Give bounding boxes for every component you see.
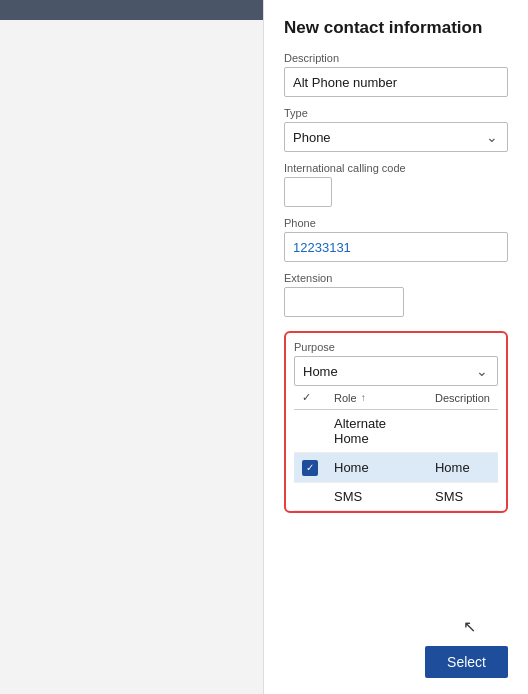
phone-field-group: Phone	[284, 217, 508, 262]
purpose-section: Purpose Home Work Mobile Other ✓	[284, 331, 508, 513]
footer-area: Select	[284, 638, 508, 682]
row-role-sms: SMS	[326, 482, 427, 510]
type-field-group: Type Phone Email URL	[284, 107, 508, 152]
phone-label: Phone	[284, 217, 508, 229]
sidebar	[0, 0, 264, 694]
extension-field-group: Extension	[284, 272, 508, 317]
col-role[interactable]: Role ↑	[326, 386, 427, 410]
row-role-alternate-home: Alternate Home	[326, 410, 427, 453]
extension-input[interactable]	[284, 287, 404, 317]
row-role-home: Home	[326, 453, 427, 483]
row-check-home: ✓	[294, 453, 326, 483]
cursor-indicator: ↖	[463, 617, 476, 636]
purpose-select[interactable]: Home Work Mobile Other	[294, 356, 498, 386]
purpose-field-group: Purpose Home Work Mobile Other	[294, 341, 498, 386]
purpose-label: Purpose	[294, 341, 498, 353]
purpose-table: ✓ Role ↑ Description	[294, 386, 498, 511]
description-input[interactable]	[284, 67, 508, 97]
checkmark-icon: ✓	[302, 460, 318, 476]
description-field-group: Description	[284, 52, 508, 97]
col-description: Description	[427, 386, 498, 410]
table-header-row: ✓ Role ↑ Description	[294, 386, 498, 410]
type-select[interactable]: Phone Email URL	[284, 122, 508, 152]
type-select-wrapper: Phone Email URL	[284, 122, 508, 152]
page-title: New contact information	[284, 18, 508, 38]
main-panel: New contact information Description Type…	[264, 0, 528, 694]
purpose-select-wrapper: Home Work Mobile Other	[294, 356, 498, 386]
purpose-table-body: Alternate Home ✓ Home Home SMS	[294, 410, 498, 511]
sidebar-top-bar	[0, 0, 263, 20]
intl-code-field-group: International calling code	[284, 162, 508, 207]
intl-code-label: International calling code	[284, 162, 508, 174]
intl-code-input[interactable]	[284, 177, 332, 207]
sort-icon: ↑	[361, 392, 366, 403]
row-desc-home: Home	[427, 453, 498, 483]
select-button[interactable]: Select	[425, 646, 508, 678]
row-desc-sms: SMS	[427, 482, 498, 510]
table-row[interactable]: Alternate Home	[294, 410, 498, 453]
table-row[interactable]: ✓ Home Home	[294, 453, 498, 483]
table-row[interactable]: SMS SMS	[294, 482, 498, 510]
type-label: Type	[284, 107, 508, 119]
extension-label: Extension	[284, 272, 508, 284]
row-check-alternate-home	[294, 410, 326, 453]
description-label: Description	[284, 52, 508, 64]
row-desc-alternate-home	[427, 410, 498, 453]
col-check: ✓	[294, 386, 326, 410]
phone-input[interactable]	[284, 232, 508, 262]
row-check-sms	[294, 482, 326, 510]
